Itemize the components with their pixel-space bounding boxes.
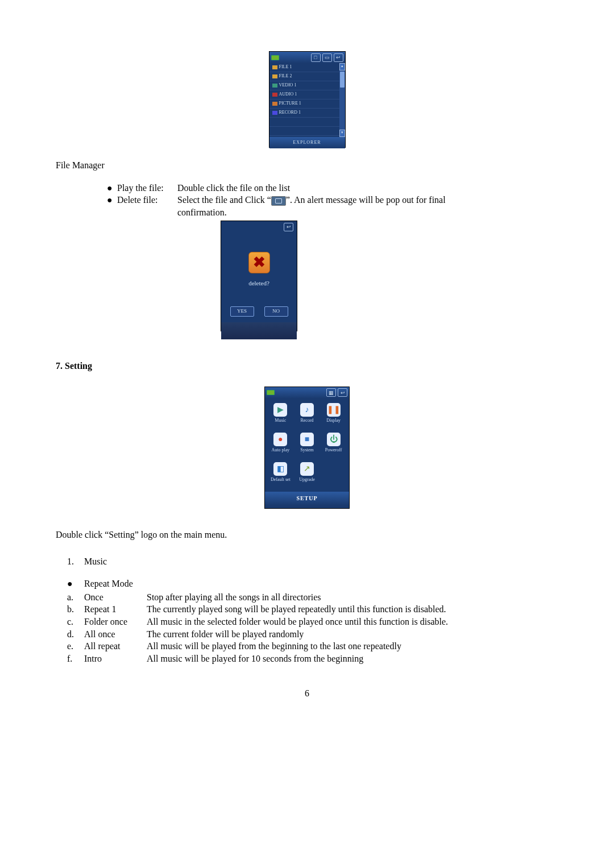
picture-icon: [272, 102, 277, 106]
section-heading: 7. Setting: [56, 360, 558, 372]
list-item: FILE 2: [269, 72, 339, 81]
file-name: RECORD 1: [279, 110, 301, 116]
delete-inline-icon: [271, 196, 286, 206]
scroll-up-icon: ▴: [339, 63, 345, 70]
no-button: NO: [264, 306, 288, 317]
scroll-thumb: [340, 72, 345, 88]
record-icon: ♪: [300, 403, 314, 417]
audio-icon: [272, 93, 277, 97]
setup-cell-autoplay: ●Auto play: [267, 433, 294, 462]
item-desc-cont: confirmation.: [177, 206, 558, 219]
scrollbar: ▴ ▾: [339, 63, 345, 137]
back-button-icon: ↩: [334, 53, 343, 62]
item-label: Delete file:: [117, 194, 177, 206]
upgrade-icon: ↗: [300, 462, 314, 476]
bullet-icon: ●: [107, 194, 117, 206]
autoplay-icon: ●: [273, 433, 287, 446]
record-icon: [272, 111, 277, 115]
setup-cell-poweroff: ⏻Poweroff: [320, 433, 347, 462]
battery-icon: [267, 390, 275, 395]
video-icon: [272, 84, 277, 88]
file-name: PICTURE 1: [279, 101, 301, 107]
file-name: FILE 1: [279, 64, 292, 70]
repeat-mode-list: a.OnceStop after playing all the songs i…: [67, 591, 558, 665]
back-button-icon: ↩: [284, 223, 293, 231]
delete-dialog-screenshot: ↩ ✖ deleted? YES NO: [221, 221, 297, 331]
delete-prompt: deleted?: [248, 279, 269, 288]
setup-cell-record: ♪Record: [294, 403, 321, 433]
setup-cell-defaultset: ◧Default set: [267, 462, 294, 492]
list-item: RECORD 1: [269, 109, 339, 118]
file-name: FILE 2: [279, 73, 292, 80]
setup-cell-music: ▶Music: [267, 403, 294, 433]
setup-cell-display: ❚❚Display: [320, 403, 347, 433]
display-icon: ❚❚: [327, 403, 341, 417]
list-label: Music: [84, 555, 107, 568]
list-item: VEDIO 1: [269, 81, 339, 90]
setup-screenshot: ▦ ↩ ▶Music ♪Record ❚❚Display ●Auto play …: [264, 387, 350, 509]
repeat-heading: Repeat Mode: [84, 578, 133, 590]
bullet-icon: ●: [107, 182, 117, 194]
scroll-down-icon: ▾: [339, 130, 345, 137]
file-list: FILE 1 FILE 2 VEDIO 1 AUDIO 1 PICTURE 1 …: [269, 63, 339, 137]
item-label: Play the file:: [117, 182, 177, 194]
stop-button-icon: □: [311, 53, 321, 62]
delete-button-icon: ▭: [322, 53, 332, 62]
explorer-title: EXPLORER: [269, 137, 345, 148]
setting-intro: Double click “Setting” logo on the main …: [56, 529, 558, 541]
list-item: AUDIO 1: [269, 90, 339, 99]
file-name: VEDIO 1: [279, 82, 297, 89]
section-label: File Manager: [56, 159, 558, 172]
list-index: 1.: [67, 555, 84, 568]
setup-title: SETUP: [265, 492, 349, 505]
folder-icon: [272, 65, 277, 69]
list-item: FILE 1: [269, 63, 339, 72]
defaultset-icon: ◧: [273, 462, 287, 476]
home-icon: ▦: [326, 388, 336, 397]
battery-icon: [271, 55, 279, 60]
music-icon: ▶: [273, 403, 287, 417]
file-name: AUDIO 1: [279, 92, 297, 98]
setup-cell-upgrade: ↗Upgrade: [294, 462, 321, 492]
delete-x-icon: ✖: [248, 252, 270, 273]
folder-icon: [272, 74, 277, 78]
bullet-icon: ●: [67, 578, 84, 590]
setup-cell-system: ■System: [294, 433, 321, 462]
item-desc: Double click the file on the list: [177, 182, 558, 194]
back-button-icon: ↩: [338, 388, 347, 397]
yes-button: YES: [230, 306, 254, 317]
item-desc: Select the file and Click “”. An alert m…: [177, 194, 558, 206]
poweroff-icon: ⏻: [327, 433, 341, 446]
page-number: 6: [56, 687, 558, 700]
explorer-screenshot: □ ▭ ↩ FILE 1 FILE 2 VEDIO 1 AUDIO 1 PICT…: [269, 51, 346, 148]
system-icon: ■: [300, 433, 314, 446]
list-item: PICTURE 1: [269, 99, 339, 109]
